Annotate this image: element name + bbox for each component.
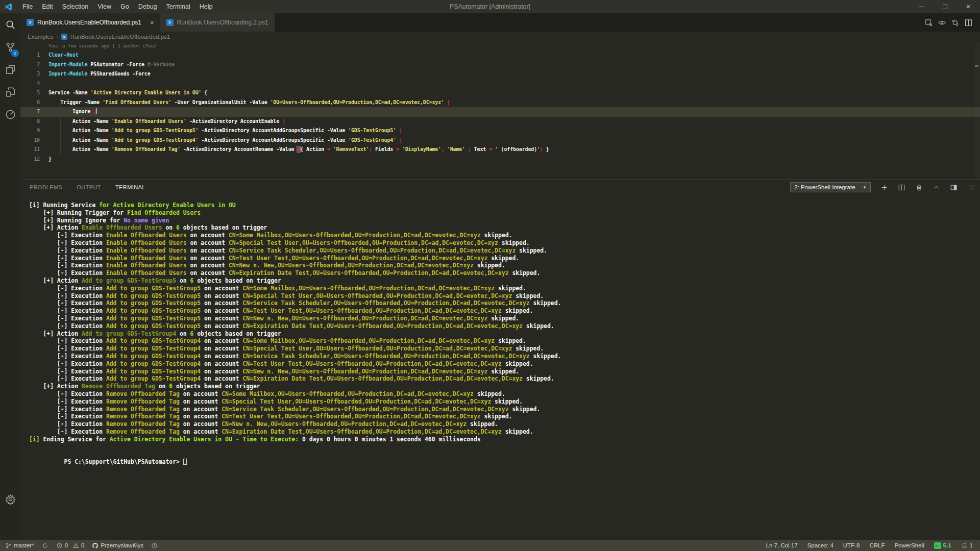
split-editor-icon[interactable] (964, 18, 973, 27)
open-changes-icon[interactable] (924, 18, 933, 27)
tab-bar: > RunBook.UsersEnableOffboarded.ps1 × > … (20, 13, 980, 32)
breadcrumb-file[interactable]: RunBook.UsersEnableOffboarded.ps1 (70, 34, 170, 40)
sync-indicator[interactable] (42, 542, 48, 549)
terminal[interactable]: [i] Running Service for Active Directory… (20, 194, 980, 540)
powershell-file-icon: > (61, 34, 67, 40)
explorer-icon[interactable] (0, 81, 20, 103)
menu-item-edit[interactable]: Edit (37, 3, 58, 10)
editor-scrollbar[interactable] (975, 42, 980, 180)
terminal-line: [-] Execution Remove Offboarded Tag on a… (29, 390, 980, 398)
line-number: 11 (20, 145, 48, 155)
time-tracker[interactable] (151, 542, 158, 549)
panel-header: PROBLEMS OUTPUT TERMINAL 2: PowerShell I… (20, 180, 980, 194)
toggle-panel-icon[interactable] (950, 184, 958, 191)
line-number: 5 (20, 88, 48, 98)
codelens-annotation[interactable]: You, a few seconds ago | 1 author (You) (20, 42, 980, 51)
code-lines: 1Clear-Host2Import-Module PSAutomator -F… (20, 51, 980, 164)
cursor-position[interactable]: Ln 7, Col 17 (766, 542, 798, 548)
terminal-line: [-] Execution Add to group GDS-TestGroup… (29, 337, 980, 345)
tab-runbook-usersoffboarding-2[interactable]: > RunBook.UsersOffboarding.2.ps1 (160, 13, 275, 32)
kill-terminal-icon[interactable] (915, 184, 923, 191)
chevron-right-icon: › (57, 34, 58, 40)
code-line-10: 10 Action -Name 'Add to group GDS-TestGr… (20, 136, 980, 145)
code-line-6: 6 Trigger -Name 'Find Offboarded Users' … (20, 98, 980, 108)
line-number: 10 (20, 136, 48, 145)
terminal-line: [-] Execution Add to group GDS-TestGroup… (29, 322, 980, 330)
github-account[interactable]: PrzemyslawKlys (92, 542, 143, 549)
tab-terminal[interactable]: TERMINAL (115, 183, 145, 191)
powershell-file-icon: > (166, 19, 174, 26)
language-mode[interactable]: PowerShell (894, 542, 924, 548)
line-number: 9 (20, 126, 48, 136)
code-line-11: 11 Action -Name 'Remove Offboarded Tag' … (20, 145, 980, 155)
terminal-line: [-] Execution Add to group GDS-TestGroup… (29, 345, 980, 353)
terminal-select-value: 2: PowerShell Integrate (794, 184, 859, 190)
line-number: 12 (20, 155, 48, 164)
terminal-select[interactable]: 2: PowerShell Integrate ▼ (790, 182, 871, 192)
search-icon[interactable] (0, 13, 20, 36)
menu-item-terminal[interactable]: Terminal (162, 3, 195, 10)
error-count: 0 (65, 542, 68, 548)
tab-problems[interactable]: PROBLEMS (30, 183, 62, 191)
powershell-file-icon: > (27, 19, 34, 26)
toggle-blame-icon[interactable] (938, 18, 946, 27)
encoding-setting[interactable]: UTF-8 (843, 542, 860, 548)
line-number: 4 (20, 79, 48, 89)
menu-item-view[interactable]: View (93, 3, 116, 10)
bell-icon (961, 542, 968, 549)
settings-gear-icon[interactable] (0, 488, 20, 510)
indentation-setting[interactable]: Spaces: 4 (807, 542, 834, 548)
git-branch-indicator[interactable]: master* (5, 542, 34, 549)
menu-item-go[interactable]: Go (116, 3, 134, 10)
new-terminal-icon[interactable] (880, 184, 888, 191)
menu-item-selection[interactable]: Selection (58, 3, 93, 10)
notification-count: 1 (970, 542, 973, 548)
menu-item-help[interactable]: Help (195, 3, 217, 10)
terminal-line: [+] Action Remove Offboarded Tag on 6 ob… (29, 383, 980, 390)
clock-icon (151, 542, 158, 549)
terminal-line: [-] Execution Remove Offboarded Tag on a… (29, 398, 980, 406)
terminal-line: [+] Running Ignore for No name given (29, 217, 980, 224)
git-compare-icon[interactable] (951, 18, 960, 27)
notifications[interactable]: 1 (961, 542, 973, 549)
code-line-8: 8 Action -Name 'Enable Offboarded Users'… (20, 117, 980, 127)
tab-runbook-usersenableoffboarded[interactable]: > RunBook.UsersEnableOffboarded.ps1 × (20, 13, 160, 32)
problems-indicator[interactable]: 0 0 (56, 542, 85, 549)
close-panel-icon[interactable] (967, 184, 975, 191)
terminal-line: [-] Execution Enable Offboarded Users on… (29, 255, 980, 262)
maximize-button[interactable] (933, 0, 957, 13)
code-line-1: 1Clear-Host (20, 51, 980, 60)
status-bar: master* 0 0 PrzemyslawKlys Ln 7, Col 17 … (0, 540, 980, 551)
tab-close-icon[interactable]: × (150, 19, 154, 27)
maximize-panel-icon[interactable] (933, 184, 940, 191)
terminal-line: [-] Execution Remove Offboarded Tag on a… (29, 428, 980, 436)
powershell-session[interactable]: >_ 5.1 (934, 542, 951, 549)
tab-output[interactable]: OUTPUT (77, 183, 101, 191)
terminal-line: [-] Execution Add to group GDS-TestGroup… (29, 368, 980, 375)
menu-item-file[interactable]: File (18, 3, 37, 10)
terminal-line: [+] Action Enable Offboarded Users on 6 … (29, 224, 980, 232)
minimize-button[interactable] (910, 0, 933, 13)
split-terminal-icon[interactable] (898, 184, 905, 191)
extensions-icon[interactable] (0, 58, 20, 81)
menu-item-debug[interactable]: Debug (134, 3, 162, 10)
code-editor[interactable]: You, a few seconds ago | 1 author (You) … (20, 42, 980, 180)
account-name: PrzemyslawKlys (101, 542, 143, 548)
line-number: 7 (20, 107, 48, 117)
terminal-line: [-] Execution Add to group GDS-TestGroup… (29, 299, 980, 307)
editor-actions (924, 13, 980, 32)
source-control-icon[interactable]: 1 (0, 36, 20, 58)
breadcrumb-folder[interactable]: Examples (28, 34, 54, 40)
editor-cursor (96, 108, 97, 114)
powershell-session-icon: >_ (934, 542, 941, 549)
terminal-line: [-] Execution Add to group GDS-TestGroup… (29, 315, 980, 322)
terminal-output: [i] Running Service for Active Directory… (29, 202, 980, 443)
debug-icon[interactable] (0, 103, 20, 126)
title-bar: FileEditSelectionViewGoDebugTerminalHelp… (0, 0, 980, 13)
close-button[interactable]: ✕ (957, 0, 980, 13)
eol-setting[interactable]: CRLF (869, 542, 885, 548)
terminal-line: [-] Execution Add to group GDS-TestGroup… (29, 353, 980, 360)
breadcrumb[interactable]: Examples › > RunBook.UsersEnableOffboard… (20, 32, 980, 42)
terminal-line: [+] Running Trigger for Find Offboarded … (29, 209, 980, 217)
overview-ruler-mark (975, 65, 978, 67)
